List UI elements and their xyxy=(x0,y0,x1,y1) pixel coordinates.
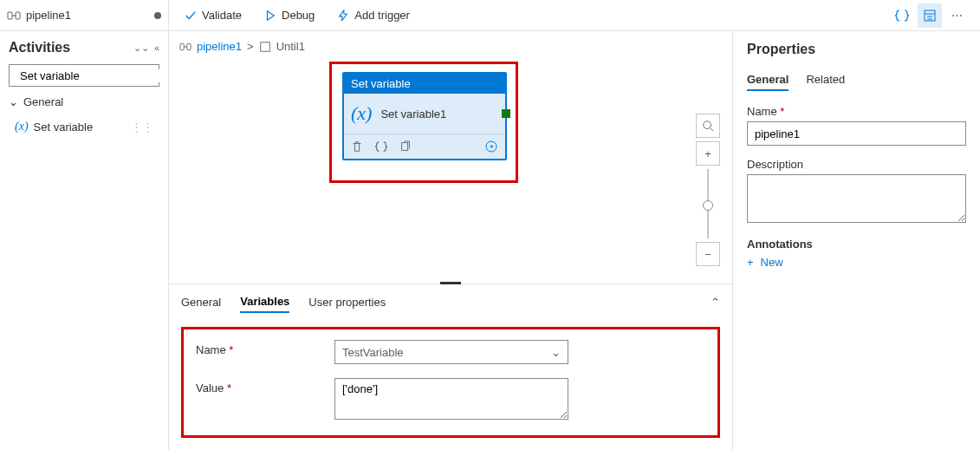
prop-name-label: Name * xyxy=(747,105,966,118)
search-icon xyxy=(702,120,714,132)
open-icon[interactable] xyxy=(484,140,498,153)
copy-icon[interactable] xyxy=(399,140,412,153)
design-canvas[interactable]: Set variable (x) Set variable1 xyxy=(169,62,732,284)
properties-icon xyxy=(923,9,937,23)
svg-rect-13 xyxy=(402,143,408,151)
check-icon xyxy=(185,10,197,22)
svg-rect-10 xyxy=(187,43,191,49)
prop-annotations-label: Annotations xyxy=(747,238,966,251)
activity-set-variable[interactable]: (x) Set variable ⋮⋮ xyxy=(9,115,159,138)
form-name-label: Name * xyxy=(196,340,334,356)
node-header: Set variable xyxy=(344,74,505,94)
chevron-down-icon: ⌄ xyxy=(551,346,561,359)
debug-label: Debug xyxy=(282,9,315,22)
zoom-slider[interactable] xyxy=(707,169,709,238)
svg-line-16 xyxy=(711,128,714,132)
activities-heading: Activities xyxy=(9,40,70,55)
breadcrumb-current: Until1 xyxy=(276,40,305,53)
svg-rect-0 xyxy=(8,12,12,19)
activity-node-set-variable[interactable]: Set variable (x) Set variable1 xyxy=(342,72,507,160)
ellipsis-icon: ⋯ xyxy=(951,9,964,22)
pipeline-icon xyxy=(179,41,191,53)
prop-description-label: Description xyxy=(747,158,966,171)
breadcrumb-root[interactable]: pipeline1 xyxy=(197,40,242,53)
debug-button[interactable]: Debug xyxy=(259,5,320,25)
breadcrumb-sep: > xyxy=(247,40,254,53)
activity-label: Set variable xyxy=(34,121,94,134)
group-label: General xyxy=(23,95,63,108)
svg-rect-12 xyxy=(260,42,269,51)
zoom-out-button[interactable]: − xyxy=(696,242,720,266)
collapse-panel-icon[interactable]: « xyxy=(154,42,159,54)
more-button[interactable]: ⋯ xyxy=(945,3,970,28)
pipeline-name-input[interactable] xyxy=(747,121,966,146)
braces-icon xyxy=(895,9,909,23)
prop-tab-general[interactable]: General xyxy=(747,69,789,91)
add-trigger-label: Add trigger xyxy=(354,9,410,22)
pipeline-description-input[interactable] xyxy=(747,174,966,223)
tab-user-properties[interactable]: User properties xyxy=(308,292,386,312)
breadcrumb: pipeline1 > Until1 xyxy=(169,31,732,62)
tab-general[interactable]: General xyxy=(181,292,221,312)
svg-point-15 xyxy=(704,121,711,129)
zoom-fit-button[interactable] xyxy=(696,114,720,138)
variable-name-value: TestVariable xyxy=(342,346,404,359)
highlight-annotation-form: Name * TestVariable ⌄ Value * xyxy=(181,327,720,438)
activity-search-box[interactable] xyxy=(9,64,159,87)
activity-search-input[interactable] xyxy=(20,69,165,82)
svg-rect-9 xyxy=(180,43,184,49)
properties-toggle-button[interactable] xyxy=(918,3,942,28)
tab-variables[interactable]: Variables xyxy=(240,291,289,313)
variable-name-select[interactable]: TestVariable ⌄ xyxy=(334,340,568,364)
chevron-down-icon: ⌄ xyxy=(9,95,18,108)
fx-icon: (x) xyxy=(15,120,29,134)
plus-icon: + xyxy=(747,256,754,269)
add-trigger-button[interactable]: Add trigger xyxy=(332,5,415,25)
delete-icon[interactable] xyxy=(351,140,363,153)
validate-label: Validate xyxy=(202,9,242,22)
properties-heading: Properties xyxy=(747,42,966,57)
grip-icon: ⋮⋮ xyxy=(131,121,153,134)
toolbar: Validate Debug Add trigger ⋯ xyxy=(169,0,980,31)
plus-icon: + xyxy=(704,147,711,160)
form-value-label: Value * xyxy=(196,378,334,395)
variable-value-input[interactable] xyxy=(334,378,568,420)
zoom-thumb[interactable] xyxy=(703,200,713,211)
trigger-icon xyxy=(337,10,349,22)
tab-title: pipeline1 xyxy=(26,9,149,22)
validate-button[interactable]: Validate xyxy=(179,5,247,25)
pipeline-tab[interactable]: pipeline1 xyxy=(0,0,168,31)
prop-tab-related[interactable]: Related xyxy=(806,69,845,91)
unsaved-indicator xyxy=(154,12,161,19)
fx-icon: (x) xyxy=(351,102,372,125)
code-view-button[interactable] xyxy=(890,3,914,28)
add-annotation-button[interactable]: + New xyxy=(747,256,966,269)
svg-rect-1 xyxy=(16,12,20,19)
zoom-in-button[interactable]: + xyxy=(696,141,720,166)
new-label: New xyxy=(761,256,783,269)
play-icon xyxy=(264,10,276,22)
group-general[interactable]: ⌄ General xyxy=(0,90,168,114)
node-name: Set variable1 xyxy=(380,108,446,121)
pipeline-icon xyxy=(7,9,21,23)
minus-icon: − xyxy=(704,248,711,261)
collapse-panel-icon[interactable]: ⌃ xyxy=(711,296,720,309)
properties-panel: Properties General Related Name * Descri… xyxy=(732,31,980,450)
braces-icon[interactable] xyxy=(375,140,387,153)
node-success-connector[interactable] xyxy=(502,109,510,118)
until-icon xyxy=(259,41,271,53)
expand-all-icon[interactable]: ⌄⌄ xyxy=(133,42,149,54)
